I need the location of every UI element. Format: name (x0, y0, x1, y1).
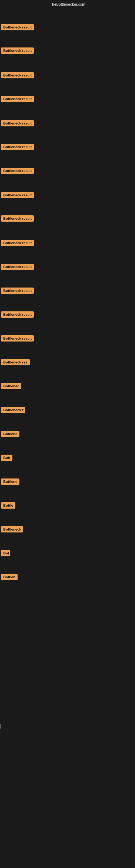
bottleneck-badge: Bottleneck result (1, 240, 34, 246)
bottleneck-badge: Bottlene (1, 478, 19, 485)
list-item: Bot (0, 549, 135, 557)
bottleneck-badge: Bottleneck result (1, 48, 34, 54)
list-item: Bottleneck result (0, 214, 135, 222)
bottleneck-badge: Bottleneck result (1, 24, 34, 30)
list-item: Bottleneck r (0, 406, 135, 414)
items-container: Bottleneck resultBottleneck resultBottle… (0, 8, 135, 868)
bottleneck-badge: Bottleneck result (1, 215, 34, 222)
list-item: Bottleneck result (0, 310, 135, 318)
bottleneck-badge: Bottle (1, 502, 15, 508)
list-item: Bottleneck result (0, 334, 135, 342)
list-item: Bott (0, 454, 135, 462)
list-item: Bottlene (0, 477, 135, 486)
bottleneck-badge: Bot (1, 550, 10, 556)
list-item: Bottleneck (0, 525, 135, 533)
list-item: Bottleneck result (0, 46, 135, 55)
bottleneck-badge: Bottleneck result (1, 96, 34, 102)
bottleneck-badge: Bottleneck result (1, 264, 34, 270)
list-item: Bottlenec (0, 382, 135, 390)
list-item: Bottlene (0, 430, 135, 438)
bottleneck-badge: Bottleneck result (1, 287, 34, 294)
bottleneck-badge: Bott (1, 455, 12, 461)
bottleneck-badge: Bottleneck result (1, 192, 34, 198)
bottleneck-badge: Bottleneck result (1, 144, 34, 150)
list-item: Bottleneck result (0, 262, 135, 271)
list-item: Bottleneck res (0, 358, 135, 366)
text-cursor (1, 724, 1, 728)
list-item: Bottleneck result (0, 286, 135, 294)
bottleneck-badge: Bottleneck res (1, 359, 30, 365)
bottleneck-badge: Bottlene (1, 431, 19, 437)
bottleneck-badge: Bottlen (1, 574, 17, 580)
list-item: Bottleneck result (0, 191, 135, 199)
site-title: TheBottlenecker.com (50, 2, 85, 6)
list-item: Bottleneck result (0, 166, 135, 175)
bottleneck-badge: Bottleneck r (1, 407, 26, 413)
site-header: TheBottlenecker.com (0, 0, 135, 8)
bottleneck-badge: Bottleneck result (1, 120, 34, 126)
list-item: Bottlen (0, 573, 135, 581)
list-item: Bottleneck result (0, 143, 135, 151)
list-item: Bottleneck result (0, 239, 135, 247)
list-item: Bottleneck result (0, 119, 135, 127)
bottleneck-badge: Bottleneck (1, 526, 23, 532)
bottleneck-badge: Bottlenec (1, 383, 21, 389)
bottleneck-badge: Bottleneck result (1, 335, 34, 341)
bottleneck-badge: Bottleneck result (1, 167, 34, 174)
list-item: Bottleneck result (0, 23, 135, 31)
list-item: Bottle (0, 501, 135, 509)
list-item: Bottleneck result (0, 71, 135, 79)
bottleneck-badge: Bottleneck result (1, 72, 34, 79)
bottleneck-badge: Bottleneck result (1, 311, 34, 318)
list-item: Bottleneck result (0, 95, 135, 103)
